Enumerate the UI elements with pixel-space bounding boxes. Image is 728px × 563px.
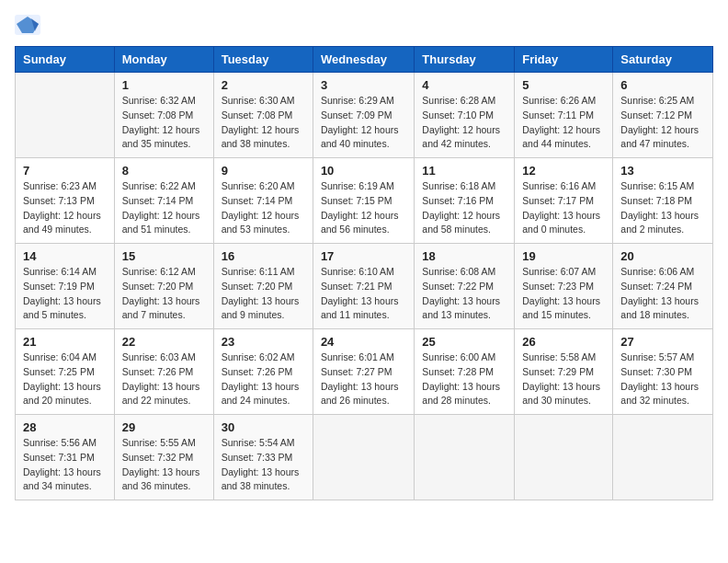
day-number: 13: [620, 164, 705, 178]
day-number: 6: [620, 78, 705, 92]
logo: [15, 15, 44, 35]
day-cell: 12Sunrise: 6:16 AM Sunset: 7:17 PM Dayli…: [515, 158, 613, 244]
column-headers: SundayMondayTuesdayWednesdayThursdayFrid…: [16, 47, 713, 73]
day-number: 12: [522, 164, 605, 178]
col-header-monday: Monday: [114, 47, 213, 73]
week-row-5: 28Sunrise: 5:56 AM Sunset: 7:31 PM Dayli…: [16, 415, 713, 500]
week-row-4: 21Sunrise: 6:04 AM Sunset: 7:25 PM Dayli…: [16, 329, 713, 415]
day-cell: 25Sunrise: 6:00 AM Sunset: 7:28 PM Dayli…: [415, 329, 515, 415]
day-cell: 22Sunrise: 6:03 AM Sunset: 7:26 PM Dayli…: [114, 329, 213, 415]
day-cell: 11Sunrise: 6:18 AM Sunset: 7:16 PM Dayli…: [415, 158, 515, 244]
day-info: Sunrise: 6:06 AM Sunset: 7:24 PM Dayligh…: [620, 265, 705, 323]
day-cell: 23Sunrise: 6:02 AM Sunset: 7:26 PM Dayli…: [213, 329, 313, 415]
day-info: Sunrise: 6:14 AM Sunset: 7:19 PM Dayligh…: [23, 265, 107, 323]
day-number: 28: [23, 420, 107, 434]
day-number: 25: [422, 335, 506, 349]
day-cell: 7Sunrise: 6:23 AM Sunset: 7:13 PM Daylig…: [16, 158, 115, 244]
day-number: 26: [522, 335, 605, 349]
day-cell: 5Sunrise: 6:26 AM Sunset: 7:11 PM Daylig…: [515, 73, 613, 158]
day-info: Sunrise: 6:26 AM Sunset: 7:11 PM Dayligh…: [522, 94, 605, 152]
week-row-2: 7Sunrise: 6:23 AM Sunset: 7:13 PM Daylig…: [16, 158, 713, 244]
day-number: 11: [422, 164, 506, 178]
day-info: Sunrise: 6:30 AM Sunset: 7:08 PM Dayligh…: [222, 94, 305, 152]
day-info: Sunrise: 6:04 AM Sunset: 7:25 PM Dayligh…: [23, 350, 107, 408]
day-number: 9: [222, 164, 305, 178]
page-header: [15, 15, 713, 35]
day-cell: 27Sunrise: 5:57 AM Sunset: 7:30 PM Dayli…: [613, 329, 713, 415]
day-cell: 21Sunrise: 6:04 AM Sunset: 7:25 PM Dayli…: [16, 329, 115, 415]
day-number: 2: [222, 78, 305, 92]
day-info: Sunrise: 6:22 AM Sunset: 7:14 PM Dayligh…: [122, 179, 206, 237]
day-info: Sunrise: 6:03 AM Sunset: 7:26 PM Dayligh…: [122, 350, 206, 408]
calendar-table: SundayMondayTuesdayWednesdayThursdayFrid…: [15, 46, 713, 500]
day-number: 22: [122, 335, 206, 349]
day-cell: 6Sunrise: 6:25 AM Sunset: 7:12 PM Daylig…: [613, 73, 713, 158]
day-number: 3: [321, 78, 406, 92]
day-number: 29: [122, 420, 206, 434]
day-info: Sunrise: 6:10 AM Sunset: 7:21 PM Dayligh…: [321, 265, 406, 323]
day-number: 7: [23, 164, 107, 178]
day-cell: 15Sunrise: 6:12 AM Sunset: 7:20 PM Dayli…: [114, 244, 213, 329]
day-number: 10: [321, 164, 406, 178]
day-cell: [313, 415, 414, 500]
day-number: 23: [222, 335, 305, 349]
day-cell: 4Sunrise: 6:28 AM Sunset: 7:10 PM Daylig…: [415, 73, 515, 158]
col-header-sunday: Sunday: [16, 47, 115, 73]
day-number: 30: [222, 420, 305, 434]
day-cell: 14Sunrise: 6:14 AM Sunset: 7:19 PM Dayli…: [16, 244, 115, 329]
day-cell: 20Sunrise: 6:06 AM Sunset: 7:24 PM Dayli…: [613, 244, 713, 329]
day-cell: 2Sunrise: 6:30 AM Sunset: 7:08 PM Daylig…: [213, 73, 313, 158]
day-cell: 24Sunrise: 6:01 AM Sunset: 7:27 PM Dayli…: [313, 329, 414, 415]
day-info: Sunrise: 5:56 AM Sunset: 7:31 PM Dayligh…: [23, 436, 107, 494]
col-header-thursday: Thursday: [415, 47, 515, 73]
day-info: Sunrise: 6:08 AM Sunset: 7:22 PM Dayligh…: [422, 265, 506, 323]
day-info: Sunrise: 6:11 AM Sunset: 7:20 PM Dayligh…: [222, 265, 305, 323]
day-cell: 10Sunrise: 6:19 AM Sunset: 7:15 PM Dayli…: [313, 158, 414, 244]
day-cell: 3Sunrise: 6:29 AM Sunset: 7:09 PM Daylig…: [313, 73, 414, 158]
day-cell: 8Sunrise: 6:22 AM Sunset: 7:14 PM Daylig…: [114, 158, 213, 244]
day-info: Sunrise: 5:58 AM Sunset: 7:29 PM Dayligh…: [522, 350, 605, 408]
day-info: Sunrise: 6:16 AM Sunset: 7:17 PM Dayligh…: [522, 179, 605, 237]
day-number: 24: [321, 335, 406, 349]
day-number: 14: [23, 249, 107, 263]
day-cell: 17Sunrise: 6:10 AM Sunset: 7:21 PM Dayli…: [313, 244, 414, 329]
day-info: Sunrise: 6:19 AM Sunset: 7:15 PM Dayligh…: [321, 179, 406, 237]
day-info: Sunrise: 6:07 AM Sunset: 7:23 PM Dayligh…: [522, 265, 605, 323]
day-info: Sunrise: 6:29 AM Sunset: 7:09 PM Dayligh…: [321, 94, 406, 152]
day-number: 5: [522, 78, 605, 92]
day-cell: [515, 415, 613, 500]
day-info: Sunrise: 6:02 AM Sunset: 7:26 PM Dayligh…: [222, 350, 305, 408]
day-cell: [415, 415, 515, 500]
day-info: Sunrise: 6:12 AM Sunset: 7:20 PM Dayligh…: [122, 265, 206, 323]
day-number: 16: [222, 249, 305, 263]
day-number: 15: [122, 249, 206, 263]
day-cell: 30Sunrise: 5:54 AM Sunset: 7:33 PM Dayli…: [213, 415, 313, 500]
day-info: Sunrise: 6:20 AM Sunset: 7:14 PM Dayligh…: [222, 179, 305, 237]
col-header-saturday: Saturday: [613, 47, 713, 73]
day-number: 19: [522, 249, 605, 263]
day-cell: 19Sunrise: 6:07 AM Sunset: 7:23 PM Dayli…: [515, 244, 613, 329]
week-row-1: 1Sunrise: 6:32 AM Sunset: 7:08 PM Daylig…: [16, 73, 713, 158]
day-cell: 13Sunrise: 6:15 AM Sunset: 7:18 PM Dayli…: [613, 158, 713, 244]
day-cell: [613, 415, 713, 500]
day-cell: 18Sunrise: 6:08 AM Sunset: 7:22 PM Dayli…: [415, 244, 515, 329]
day-number: 4: [422, 78, 506, 92]
day-cell: 28Sunrise: 5:56 AM Sunset: 7:31 PM Dayli…: [16, 415, 115, 500]
day-cell: 16Sunrise: 6:11 AM Sunset: 7:20 PM Dayli…: [213, 244, 313, 329]
day-info: Sunrise: 6:00 AM Sunset: 7:28 PM Dayligh…: [422, 350, 506, 408]
day-number: 1: [122, 78, 206, 92]
week-row-3: 14Sunrise: 6:14 AM Sunset: 7:19 PM Dayli…: [16, 244, 713, 329]
day-info: Sunrise: 5:55 AM Sunset: 7:32 PM Dayligh…: [122, 436, 206, 494]
logo-icon: [15, 15, 40, 35]
day-info: Sunrise: 6:32 AM Sunset: 7:08 PM Dayligh…: [122, 94, 206, 152]
day-cell: 26Sunrise: 5:58 AM Sunset: 7:29 PM Dayli…: [515, 329, 613, 415]
day-info: Sunrise: 6:01 AM Sunset: 7:27 PM Dayligh…: [321, 350, 406, 408]
day-cell: 29Sunrise: 5:55 AM Sunset: 7:32 PM Dayli…: [114, 415, 213, 500]
day-number: 8: [122, 164, 206, 178]
col-header-wednesday: Wednesday: [313, 47, 414, 73]
day-info: Sunrise: 5:57 AM Sunset: 7:30 PM Dayligh…: [620, 350, 705, 408]
day-info: Sunrise: 6:25 AM Sunset: 7:12 PM Dayligh…: [620, 94, 705, 152]
day-cell: 9Sunrise: 6:20 AM Sunset: 7:14 PM Daylig…: [213, 158, 313, 244]
day-info: Sunrise: 6:28 AM Sunset: 7:10 PM Dayligh…: [422, 94, 506, 152]
col-header-tuesday: Tuesday: [213, 47, 313, 73]
